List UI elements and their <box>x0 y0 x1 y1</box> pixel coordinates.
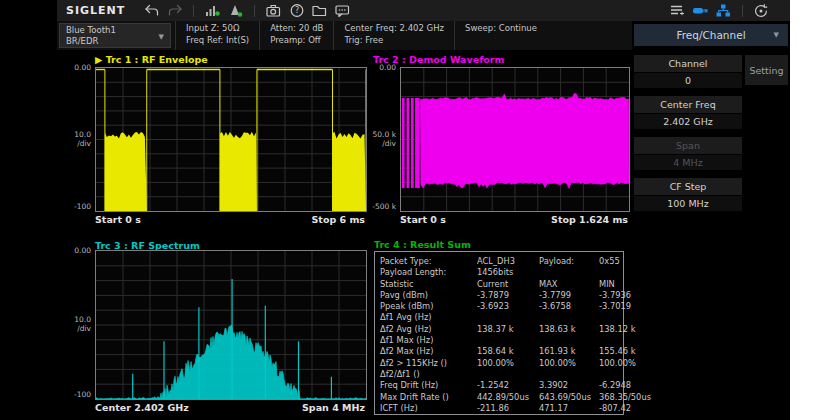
measure-mode-dropdown[interactable]: Blue Tooth1 BR/EDR ▼ <box>59 23 171 48</box>
measurement-info-bar: Blue Tooth1 BR/EDR ▼ Input Z: 50ΩFreq Re… <box>57 21 632 50</box>
screenshot-icon[interactable] <box>265 3 282 19</box>
toolbar-icons-right <box>669 3 770 19</box>
sidebar-menu-title: Freq/Channel <box>676 29 745 41</box>
info-group-3: Sweep: Continue <box>454 21 547 50</box>
signal-up-icon[interactable] <box>204 3 221 19</box>
trc3-plot <box>95 250 367 400</box>
stat-row-5: Δf2 Max (Hz)158.64 k161.93 k155.46 k <box>380 346 618 357</box>
trace-marker-icon: ▶ <box>95 54 102 65</box>
stat-row-7: Δf2/Δf1 () <box>380 369 618 380</box>
stat-row-2: Δf1 Avg (Hz) <box>380 312 618 323</box>
trc2-y-scale: 50.0 k /div <box>362 130 396 148</box>
trc3-x-labels: Center 2.402 GHz Span 4 MHz <box>95 402 365 413</box>
info-row-0: Packet Type:ACL_DH3Payload:0x55 <box>380 256 618 267</box>
usb-icon[interactable] <box>692 3 709 19</box>
trc3-spectrum <box>96 251 366 399</box>
chevron-down-icon: ▼ <box>774 24 779 46</box>
trc4-title: Trc 4 : Result Sum <box>374 239 471 250</box>
trc2-waveform <box>401 68 629 211</box>
undo-icon[interactable] <box>143 3 160 19</box>
trc2-y-min: -500 k <box>362 202 396 211</box>
panel-rf-envelope: ▶ Trc 1 : RF Envelope 0.00 10.0 /div -10… <box>57 50 368 237</box>
stat-row-9: Max Drift Rate ()442.89/50us643.69/50us3… <box>380 392 618 403</box>
toolbar-icons-left: ? <box>143 3 351 19</box>
app-window: SIGLENT ? Blue Tooth1 BR/EDR ▼ Input Z: … <box>0 0 840 420</box>
panel-demod-waveform: Trc 2 : Demod Waveform 0.00 50.0 k /div … <box>368 50 632 237</box>
trc2-x-labels: Start 0 s Stop 1.624 ms <box>400 214 628 225</box>
trc2-plot <box>400 67 630 212</box>
toolbar-separator <box>193 5 194 17</box>
info-group-0: Input Z: 50ΩFreq Ref: Int(S) <box>175 21 259 50</box>
help-icon[interactable]: ? <box>288 3 305 19</box>
trc1-y-scale: 10.0 /div <box>57 130 91 148</box>
instrument-ui: SIGLENT ? Blue Tooth1 BR/EDR ▼ Input Z: … <box>0 0 790 420</box>
lan-icon[interactable] <box>715 3 732 19</box>
stat-row-8: Freq Drift (Hz)-1.25423.3902-6.2948 <box>380 380 618 391</box>
trc1-plot <box>95 67 367 212</box>
info-row-1: Payload Length:1456bits <box>380 267 618 278</box>
stat-row-3: Δf2 Avg (Hz)138.37 k138.63 k138.12 k <box>380 324 618 335</box>
menu-list-icon[interactable] <box>669 3 686 19</box>
toolbar-separator <box>742 5 743 17</box>
result-table: Packet Type:ACL_DH3Payload:0x55Payload L… <box>374 251 624 415</box>
file-icon[interactable] <box>311 3 328 19</box>
sidebar-item-center-freq[interactable]: Center Freq2.402 GHz <box>634 96 742 129</box>
trc2-y-ref: 0.00 <box>362 63 396 72</box>
chevron-down-icon: ▼ <box>159 32 164 43</box>
info-group-2: Center Freq: 2.402 GHzTrig: Free <box>333 21 454 50</box>
mode-line1: Blue Tooth1 <box>66 25 170 36</box>
stat-row-6: Δf2 > 115KHz ()100.00%100.00%100.00% <box>380 358 618 369</box>
trc1-y-ref: 0.00 <box>57 63 91 72</box>
redo-icon[interactable] <box>166 3 183 19</box>
stat-header-row: StatisticCurrentMAXMIN <box>380 279 618 290</box>
stat-row-10: ICFT (Hz)-211.86471.17-807.42 <box>380 403 618 414</box>
info-groups: Input Z: 50ΩFreq Ref: Int(S)Atten: 20 dB… <box>175 21 547 50</box>
sidebar-item-span: Span4 MHz <box>634 137 742 170</box>
sidebar-menu: Channel0Center Freq2.402 GHzSpan4 MHzCF … <box>634 55 742 219</box>
sidebar-item-channel[interactable]: Channel0 <box>634 55 742 88</box>
toolbar: SIGLENT ? <box>57 0 790 22</box>
trc1-x-labels: Start 0 s Stop 6 ms <box>95 214 365 225</box>
mode-line2: BR/EDR <box>66 36 170 47</box>
trc3-y-ref: 0.00 <box>57 246 91 255</box>
trc1-title: ▶ Trc 1 : RF Envelope <box>95 54 208 65</box>
sidebar: Freq/Channel ▼ Channel0Center Freq2.402 … <box>634 24 788 420</box>
antenna-icon[interactable] <box>227 3 244 19</box>
panel-result-sum: Trc 4 : Result Sum Packet Type:ACL_DH3Pa… <box>368 237 632 420</box>
stat-row-1: Ppeak (dBm)-3.6923-3.6758-3.7019 <box>380 301 618 312</box>
tab-setting[interactable]: Setting <box>745 55 788 85</box>
trc3-y-min: -100 <box>57 390 91 399</box>
message-icon[interactable] <box>334 3 351 19</box>
trc3-y-scale: 10.0 /div <box>57 315 91 333</box>
trc1-y-min: -100 <box>57 202 91 211</box>
toolbar-separator <box>254 5 255 17</box>
siglent-logo: SIGLENT <box>66 4 125 17</box>
panel-rf-spectrum: Trc 3 : RF Spectrum 0.00 10.0 /div -100 … <box>57 237 368 420</box>
stat-row-4: Δf1 Max (Hz) <box>380 335 618 346</box>
info-group-1: Atten: 20 dBPreamp: Off <box>259 21 333 50</box>
reset-icon[interactable] <box>753 3 770 19</box>
stat-row-0: Pavg (dBm)-3.7879-3.7799-3.7936 <box>380 290 618 301</box>
sidebar-item-cf-step[interactable]: CF Step100 MHz <box>634 178 742 211</box>
trc1-waveform <box>96 68 366 211</box>
sidebar-menu-header[interactable]: Freq/Channel ▼ <box>634 24 788 46</box>
svg-text:?: ? <box>295 6 299 15</box>
